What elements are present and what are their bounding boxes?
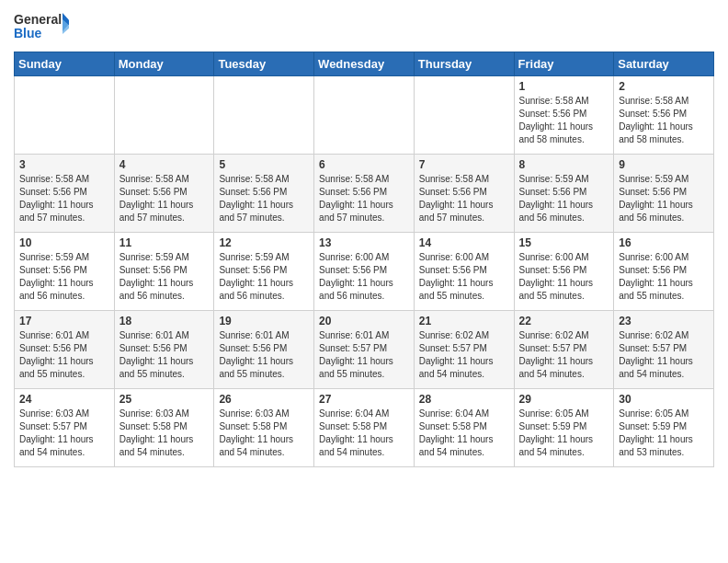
svg-text:General: General	[14, 12, 62, 27]
weekday-tuesday: Tuesday	[214, 52, 314, 76]
page: General Blue SundayMondayTuesdayWednesda…	[0, 0, 728, 481]
calendar-cell: 20Sunrise: 6:01 AMSunset: 5:57 PMDayligh…	[314, 311, 415, 389]
calendar-cell: 4Sunrise: 5:58 AMSunset: 5:56 PMDaylight…	[114, 155, 214, 233]
day-number: 27	[319, 393, 409, 406]
calendar-cell: 5Sunrise: 5:58 AMSunset: 5:56 PMDaylight…	[214, 155, 314, 233]
day-info: Sunrise: 5:58 AMSunset: 5:56 PMDaylight:…	[219, 173, 309, 224]
day-number: 30	[619, 393, 709, 406]
week-row-1: 1Sunrise: 5:58 AMSunset: 5:56 PMDaylight…	[15, 76, 714, 155]
calendar-cell: 24Sunrise: 6:03 AMSunset: 5:57 PMDayligh…	[15, 389, 115, 467]
calendar-cell: 17Sunrise: 6:01 AMSunset: 5:56 PMDayligh…	[15, 311, 115, 389]
day-info: Sunrise: 5:58 AMSunset: 5:56 PMDaylight:…	[19, 173, 109, 224]
calendar-cell: 10Sunrise: 5:59 AMSunset: 5:56 PMDayligh…	[15, 233, 115, 311]
weekday-header-row: SundayMondayTuesdayWednesdayThursdayFrid…	[15, 52, 714, 76]
day-info: Sunrise: 6:05 AMSunset: 5:59 PMDaylight:…	[619, 408, 709, 459]
day-number: 11	[119, 236, 210, 249]
calendar-cell: 21Sunrise: 6:02 AMSunset: 5:57 PMDayligh…	[414, 311, 514, 389]
day-number: 13	[319, 236, 409, 249]
day-info: Sunrise: 5:58 AMSunset: 5:56 PMDaylight:…	[119, 173, 210, 224]
calendar-cell: 23Sunrise: 6:02 AMSunset: 5:57 PMDayligh…	[614, 311, 714, 389]
day-info: Sunrise: 6:02 AMSunset: 5:57 PMDaylight:…	[519, 329, 609, 381]
calendar-cell: 18Sunrise: 6:01 AMSunset: 5:56 PMDayligh…	[114, 311, 214, 389]
calendar-cell: 2Sunrise: 5:58 AMSunset: 5:56 PMDaylight…	[614, 76, 714, 155]
calendar-cell: 15Sunrise: 6:00 AMSunset: 5:56 PMDayligh…	[514, 233, 614, 311]
logo-svg: General Blue	[14, 9, 69, 44]
day-number: 15	[519, 236, 609, 249]
day-info: Sunrise: 6:05 AMSunset: 5:59 PMDaylight:…	[519, 408, 609, 459]
day-number: 4	[119, 158, 210, 171]
day-info: Sunrise: 5:58 AMSunset: 5:56 PMDaylight:…	[519, 95, 609, 146]
weekday-friday: Friday	[514, 52, 614, 76]
day-info: Sunrise: 5:58 AMSunset: 5:56 PMDaylight:…	[619, 95, 709, 146]
calendar-cell: 12Sunrise: 5:59 AMSunset: 5:56 PMDayligh…	[214, 233, 314, 311]
calendar-cell: 27Sunrise: 6:04 AMSunset: 5:58 PMDayligh…	[314, 389, 415, 467]
day-info: Sunrise: 5:58 AMSunset: 5:56 PMDaylight:…	[319, 173, 409, 224]
day-info: Sunrise: 6:01 AMSunset: 5:56 PMDaylight:…	[119, 329, 210, 381]
day-info: Sunrise: 6:01 AMSunset: 5:56 PMDaylight:…	[19, 329, 109, 381]
calendar-cell: 25Sunrise: 6:03 AMSunset: 5:58 PMDayligh…	[114, 389, 214, 467]
day-info: Sunrise: 5:59 AMSunset: 5:56 PMDaylight:…	[519, 173, 609, 224]
day-info: Sunrise: 5:59 AMSunset: 5:56 PMDaylight:…	[219, 251, 309, 303]
day-number: 16	[619, 236, 709, 249]
day-number: 20	[319, 315, 409, 327]
calendar-cell: 11Sunrise: 5:59 AMSunset: 5:56 PMDayligh…	[114, 233, 214, 311]
calendar-cell: 8Sunrise: 5:59 AMSunset: 5:56 PMDaylight…	[514, 155, 614, 233]
calendar-cell	[214, 76, 314, 155]
calendar-cell	[15, 76, 115, 155]
day-info: Sunrise: 6:04 AMSunset: 5:58 PMDaylight:…	[319, 408, 409, 459]
calendar-cell: 26Sunrise: 6:03 AMSunset: 5:58 PMDayligh…	[214, 389, 314, 467]
day-info: Sunrise: 5:58 AMSunset: 5:56 PMDaylight:…	[419, 173, 509, 224]
day-info: Sunrise: 6:03 AMSunset: 5:57 PMDaylight:…	[19, 408, 109, 459]
header: General Blue	[14, 9, 714, 44]
day-info: Sunrise: 6:02 AMSunset: 5:57 PMDaylight:…	[619, 329, 709, 381]
weekday-thursday: Thursday	[414, 52, 514, 76]
calendar-cell: 6Sunrise: 5:58 AMSunset: 5:56 PMDaylight…	[314, 155, 415, 233]
calendar-cell	[314, 76, 415, 155]
day-number: 21	[419, 315, 509, 327]
calendar-cell: 7Sunrise: 5:58 AMSunset: 5:56 PMDaylight…	[414, 155, 514, 233]
calendar-cell: 19Sunrise: 6:01 AMSunset: 5:56 PMDayligh…	[214, 311, 314, 389]
weekday-sunday: Sunday	[15, 52, 115, 76]
calendar-cell: 16Sunrise: 6:00 AMSunset: 5:56 PMDayligh…	[614, 233, 714, 311]
calendar-cell: 30Sunrise: 6:05 AMSunset: 5:59 PMDayligh…	[614, 389, 714, 467]
day-info: Sunrise: 6:04 AMSunset: 5:58 PMDaylight:…	[419, 408, 509, 459]
day-number: 18	[119, 315, 210, 327]
calendar-cell: 28Sunrise: 6:04 AMSunset: 5:58 PMDayligh…	[414, 389, 514, 467]
day-number: 23	[619, 315, 709, 327]
calendar-cell: 14Sunrise: 6:00 AMSunset: 5:56 PMDayligh…	[414, 233, 514, 311]
week-row-2: 3Sunrise: 5:58 AMSunset: 5:56 PMDaylight…	[15, 155, 714, 233]
calendar-cell: 22Sunrise: 6:02 AMSunset: 5:57 PMDayligh…	[514, 311, 614, 389]
calendar-cell: 3Sunrise: 5:58 AMSunset: 5:56 PMDaylight…	[15, 155, 115, 233]
svg-text:Blue: Blue	[14, 26, 42, 40]
day-number: 24	[19, 393, 109, 406]
calendar-cell	[114, 76, 214, 155]
day-number: 12	[219, 236, 309, 249]
day-number: 8	[519, 158, 609, 171]
day-info: Sunrise: 5:59 AMSunset: 5:56 PMDaylight:…	[19, 251, 109, 303]
day-info: Sunrise: 6:03 AMSunset: 5:58 PMDaylight:…	[119, 408, 210, 459]
weekday-saturday: Saturday	[614, 52, 714, 76]
logo: General Blue	[14, 9, 69, 44]
day-info: Sunrise: 6:01 AMSunset: 5:57 PMDaylight:…	[319, 329, 409, 381]
day-info: Sunrise: 5:59 AMSunset: 5:56 PMDaylight:…	[119, 251, 210, 303]
day-number: 5	[219, 158, 309, 171]
week-row-4: 17Sunrise: 6:01 AMSunset: 5:56 PMDayligh…	[15, 311, 714, 389]
day-info: Sunrise: 6:00 AMSunset: 5:56 PMDaylight:…	[319, 251, 409, 303]
day-number: 14	[419, 236, 509, 249]
calendar: SundayMondayTuesdayWednesdayThursdayFrid…	[14, 52, 714, 467]
weekday-wednesday: Wednesday	[314, 52, 415, 76]
day-info: Sunrise: 6:03 AMSunset: 5:58 PMDaylight:…	[219, 408, 309, 459]
day-info: Sunrise: 5:59 AMSunset: 5:56 PMDaylight:…	[619, 173, 709, 224]
day-info: Sunrise: 6:00 AMSunset: 5:56 PMDaylight:…	[519, 251, 609, 303]
day-info: Sunrise: 6:02 AMSunset: 5:57 PMDaylight:…	[419, 329, 509, 381]
day-number: 6	[319, 158, 409, 171]
day-number: 28	[419, 393, 509, 406]
day-info: Sunrise: 6:01 AMSunset: 5:56 PMDaylight:…	[219, 329, 309, 381]
calendar-cell: 9Sunrise: 5:59 AMSunset: 5:56 PMDaylight…	[614, 155, 714, 233]
day-info: Sunrise: 6:00 AMSunset: 5:56 PMDaylight:…	[419, 251, 509, 303]
day-number: 3	[19, 158, 109, 171]
calendar-cell: 1Sunrise: 5:58 AMSunset: 5:56 PMDaylight…	[514, 76, 614, 155]
week-row-5: 24Sunrise: 6:03 AMSunset: 5:57 PMDayligh…	[15, 389, 714, 467]
calendar-cell: 29Sunrise: 6:05 AMSunset: 5:59 PMDayligh…	[514, 389, 614, 467]
day-number: 29	[519, 393, 609, 406]
